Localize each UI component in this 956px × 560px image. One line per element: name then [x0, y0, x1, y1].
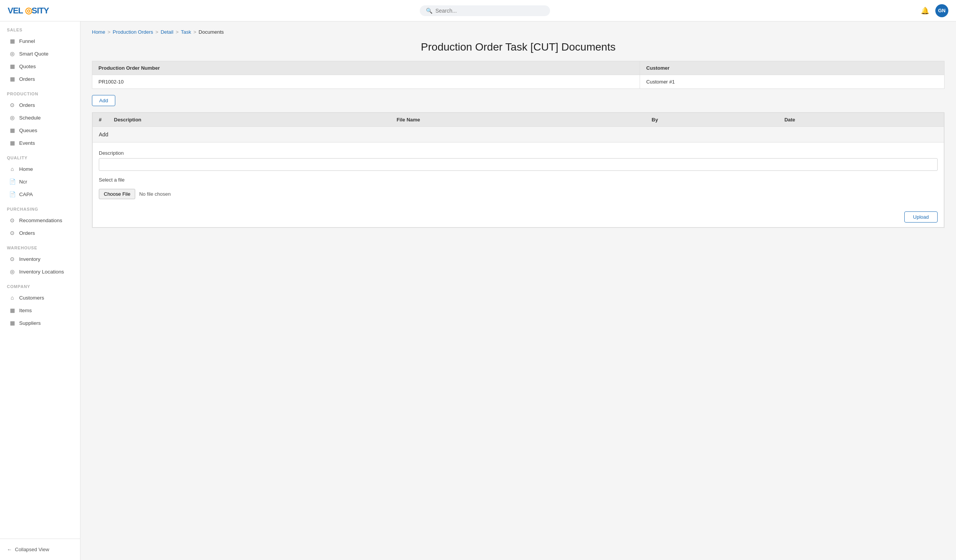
sidebar-label-suppliers: Suppliers	[19, 320, 41, 326]
sidebar-item-smart-quote[interactable]: ◎Smart Quote	[2, 47, 78, 60]
doc-col-num: #	[93, 113, 108, 127]
file-select-row: Choose File No file chosen	[99, 189, 938, 199]
sidebar-icon-funnel: ▦	[9, 38, 15, 44]
sidebar-icon-quality-home: ⌂	[9, 166, 15, 172]
sidebar-item-items[interactable]: ▦Items	[2, 304, 78, 316]
top-bar-right: 🔔 GN	[921, 4, 948, 17]
sidebar-label-funnel: Funnel	[19, 38, 35, 44]
sidebar-icon-orders: ▦	[9, 76, 15, 82]
documents-section: # Description File Name By Date Add	[92, 112, 945, 228]
sidebar-item-quotes[interactable]: ▦Quotes	[2, 60, 78, 72]
sidebar-section-label-production: PRODUCTION	[0, 85, 80, 98]
sidebar-section-quality: QUALITY⌂Home📄Ncr📄CAPA	[0, 149, 80, 200]
sidebar-icon-items: ▦	[9, 307, 15, 313]
description-field-group: Description	[99, 150, 938, 171]
sidebar-label-customers: Customers	[19, 295, 44, 301]
sidebar-item-recommendations[interactable]: ⊙Recommendations	[2, 214, 78, 226]
sidebar-label-quality-home: Home	[19, 166, 33, 172]
sidebar-label-inventory: Inventory	[19, 256, 41, 262]
sidebar-icon-suppliers: ▦	[9, 320, 15, 326]
sidebar-icon-schedule: ◎	[9, 115, 15, 121]
sidebar-label-inventory-locations: Inventory Locations	[19, 269, 64, 275]
breadcrumb-detail[interactable]: Detail	[160, 29, 173, 35]
add-button[interactable]: Add	[92, 95, 115, 106]
sidebar-label-schedule: Schedule	[19, 115, 41, 121]
col-header-customer: Customer	[640, 61, 945, 75]
sidebar-section-label-purchasing: PURCHASING	[0, 201, 80, 214]
breadcrumb-current: Documents	[199, 29, 224, 35]
sidebar-section-sales: SALES▦Funnel◎Smart Quote▦Quotes▦Orders	[0, 21, 80, 85]
sidebar-icon-inventory-locations: ◎	[9, 269, 15, 275]
sidebar-section-label-company: COMPANY	[0, 278, 80, 291]
sidebar-icon-events: ▦	[9, 140, 15, 146]
description-input[interactable]	[99, 158, 938, 171]
sidebar-label-quotes: Quotes	[19, 64, 36, 69]
sidebar-label-queues: Queues	[19, 128, 37, 133]
sidebar-section-company: COMPANY⌂Customers▦Items▦Suppliers	[0, 278, 80, 329]
user-avatar[interactable]: GN	[935, 4, 948, 17]
sidebar-item-capa[interactable]: 📄CAPA	[2, 188, 78, 200]
sidebar-item-events[interactable]: ▦Events	[2, 137, 78, 149]
sidebar-section-production: PRODUCTION⊙Orders◎Schedule▦Queues▦Events	[0, 85, 80, 149]
collapsed-view-label: Collapsed View	[15, 547, 49, 552]
sidebar-item-inventory-locations[interactable]: ◎Inventory Locations	[2, 265, 78, 278]
info-table: Production Order Number Customer PR1002-…	[92, 61, 945, 89]
main-content: Home > Production Orders > Detail > Task…	[80, 21, 956, 560]
sidebar-icon-ncr: 📄	[9, 178, 15, 185]
sidebar-item-queues[interactable]: ▦Queues	[2, 124, 78, 136]
sidebar-icon-inventory: ⊙	[9, 256, 15, 262]
breadcrumb: Home > Production Orders > Detail > Task…	[92, 29, 945, 35]
info-table-row: PR1002-10 Customer #1	[92, 75, 945, 89]
sidebar-item-ncr[interactable]: 📄Ncr	[2, 175, 78, 188]
description-label: Description	[99, 150, 938, 156]
sidebar-item-funnel[interactable]: ▦Funnel	[2, 35, 78, 47]
sidebar-icon-customers: ⌂	[9, 295, 15, 301]
search-input[interactable]	[435, 8, 544, 14]
sidebar-section-label-warehouse: WAREHOUSE	[0, 239, 80, 252]
doc-col-filename: File Name	[390, 113, 645, 127]
sidebar-icon-smart-quote: ◎	[9, 51, 15, 57]
sidebar-item-prod-orders[interactable]: ⊙Orders	[2, 99, 78, 111]
sidebar-item-suppliers[interactable]: ▦Suppliers	[2, 317, 78, 329]
page-title: Production Order Task [CUT] Documents	[92, 41, 945, 53]
collapsed-view-button[interactable]: ← Collapsed View	[0, 543, 80, 556]
sidebar-icon-queues: ▦	[9, 127, 15, 133]
sidebar-section-label-quality: QUALITY	[0, 149, 80, 162]
breadcrumb-production-orders[interactable]: Production Orders	[113, 29, 153, 35]
sidebar-icon-recommendations: ⊙	[9, 217, 15, 223]
add-form: Description Select a file Choose File No…	[93, 142, 944, 207]
order-number-cell: PR1002-10	[92, 75, 640, 89]
upload-button[interactable]: Upload	[904, 211, 938, 223]
sidebar-icon-prod-orders: ⊙	[9, 102, 15, 108]
sidebar-item-inventory[interactable]: ⊙Inventory	[2, 253, 78, 265]
sidebar-label-prod-orders: Orders	[19, 102, 35, 108]
breadcrumb-task[interactable]: Task	[181, 29, 191, 35]
breadcrumb-sep-4: >	[193, 29, 196, 35]
breadcrumb-home[interactable]: Home	[92, 29, 105, 35]
sidebar-icon-quotes: ▦	[9, 63, 15, 69]
sidebar: SALES▦Funnel◎Smart Quote▦Quotes▦OrdersPR…	[0, 21, 80, 560]
doc-col-date: Date	[778, 113, 944, 127]
add-form-header: Add	[93, 127, 944, 142]
sidebar-item-customers[interactable]: ⌂Customers	[2, 291, 78, 304]
choose-file-button[interactable]: Choose File	[99, 189, 135, 199]
sidebar-icon-purch-orders: ⊙	[9, 230, 15, 236]
sidebar-label-ncr: Ncr	[19, 179, 27, 185]
main-layout: SALES▦Funnel◎Smart Quote▦Quotes▦OrdersPR…	[0, 21, 956, 560]
doc-table-add-row: Add Description Select a file	[93, 127, 944, 228]
breadcrumb-sep-1: >	[108, 29, 111, 35]
sidebar-item-purch-orders[interactable]: ⊙Orders	[2, 227, 78, 239]
sidebar-label-capa: CAPA	[19, 192, 33, 197]
doc-col-by: By	[645, 113, 778, 127]
sidebar-section-warehouse: WAREHOUSE⊙Inventory◎Inventory Locations	[0, 239, 80, 278]
sidebar-item-orders[interactable]: ▦Orders	[2, 73, 78, 85]
notification-bell-icon[interactable]: 🔔	[921, 7, 929, 15]
top-bar: VEL ◎SITY 🔍 🔔 GN	[0, 0, 956, 21]
sidebar-label-events: Events	[19, 140, 35, 146]
sidebar-label-smart-quote: Smart Quote	[19, 51, 49, 57]
search-container: 🔍	[420, 5, 550, 16]
sidebar-item-schedule[interactable]: ◎Schedule	[2, 111, 78, 124]
sidebar-item-quality-home[interactable]: ⌂Home	[2, 163, 78, 175]
logo: VEL ◎SITY	[8, 6, 49, 16]
sidebar-label-orders: Orders	[19, 76, 35, 82]
